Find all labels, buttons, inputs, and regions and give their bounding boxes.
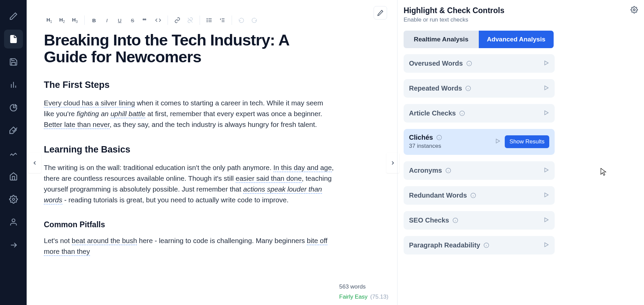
section-heading[interactable]: The First Steps	[44, 80, 334, 90]
panel-title: Highlight & Check Controls	[404, 6, 504, 15]
svg-marker-20	[545, 61, 549, 65]
svg-point-11	[207, 20, 208, 21]
link-button[interactable]	[171, 14, 183, 26]
info-icon[interactable]	[459, 110, 465, 116]
cliche-highlight[interactable]: In this day and age	[273, 164, 332, 172]
left-sidebar	[0, 0, 27, 305]
section-heading[interactable]: Learning the Basics	[44, 144, 334, 155]
sidebar-edit-icon[interactable]	[4, 7, 23, 26]
tab-advanced[interactable]: Advanced Analysis	[479, 31, 554, 48]
sidebar-user-icon[interactable]	[4, 213, 23, 232]
cliche-highlight[interactable]: beat around the bush	[72, 237, 137, 245]
redo-button[interactable]	[248, 14, 260, 26]
run-check-icon[interactable]	[543, 110, 549, 117]
sidebar-highlight-icon[interactable]	[4, 121, 23, 140]
info-icon[interactable]	[466, 61, 472, 66]
word-count: 563 words	[339, 283, 396, 290]
svg-point-12	[207, 22, 208, 22]
bullet-list-button[interactable]	[203, 14, 215, 26]
svg-marker-24	[545, 86, 549, 90]
check-item-redundant-words[interactable]: Redundant Words	[404, 186, 555, 205]
paragraph[interactable]: Every cloud has a silver lining when it …	[44, 98, 334, 130]
check-label: Paragraph Readability	[409, 241, 489, 249]
check-label: SEO Checks	[409, 216, 458, 224]
run-check-icon[interactable]	[495, 138, 501, 145]
check-item-clich-s[interactable]: Clichés37 instancesShow Results	[404, 129, 555, 155]
underline-button[interactable]: U	[114, 14, 126, 26]
check-item-repeated-words[interactable]: Repeated Words	[404, 79, 555, 98]
checks-panel: Highlight & Check Controls Enable or run…	[397, 0, 644, 305]
analysis-tabs: Realtime Analysis Advanced Analysis	[404, 31, 554, 48]
prev-page-button[interactable]	[28, 153, 41, 173]
edit-mode-button[interactable]	[374, 6, 387, 20]
document-title[interactable]: Breaking Into the Tech Industry: A Guide…	[44, 32, 334, 66]
sidebar-document-icon[interactable]	[4, 30, 23, 48]
check-item-paragraph-readability[interactable]: Paragraph Readability	[404, 236, 555, 255]
formatting-toolbar: H1 H2 H3 B I U S	[43, 14, 260, 26]
info-icon[interactable]	[465, 86, 471, 91]
numbered-list-button[interactable]	[216, 14, 228, 26]
svg-marker-28	[545, 111, 549, 115]
check-item-overused-words[interactable]: Overused Words	[404, 54, 555, 73]
info-icon[interactable]	[436, 135, 442, 140]
svg-point-4	[12, 219, 15, 222]
run-check-icon[interactable]	[543, 217, 549, 224]
quote-button[interactable]	[139, 14, 151, 26]
cliche-highlight[interactable]: easier said than done	[236, 174, 302, 183]
paragraph[interactable]: The writing is on the wall: traditional …	[44, 162, 334, 205]
info-icon[interactable]	[484, 242, 489, 248]
check-item-seo-checks[interactable]: SEO Checks	[404, 211, 555, 230]
paragraph[interactable]: Let's not beat around the bush here - le…	[44, 235, 334, 257]
svg-marker-44	[545, 218, 549, 222]
run-check-icon[interactable]	[543, 192, 549, 199]
stats-panel: 563 words Fairly Easy(75.13)	[339, 279, 396, 304]
check-item-article-checks[interactable]: Article Checks	[404, 104, 555, 123]
sidebar-stats-icon[interactable]	[4, 75, 23, 94]
run-check-icon[interactable]	[543, 242, 549, 249]
check-item-acronyms[interactable]: Acronyms	[404, 161, 555, 180]
sidebar-expand-icon[interactable]	[4, 236, 23, 255]
svg-marker-40	[545, 193, 549, 197]
heading1-button[interactable]: H1	[43, 14, 55, 26]
svg-marker-36	[545, 168, 549, 172]
bold-button[interactable]: B	[88, 14, 100, 26]
document-editor[interactable]: Breaking Into the Tech Industry: A Guide…	[44, 32, 334, 257]
check-label: Overused Words	[409, 60, 472, 67]
svg-marker-48	[545, 243, 549, 247]
unlink-button[interactable]	[184, 14, 196, 26]
cliche-highlight[interactable]: Every cloud has a silver lining	[44, 99, 135, 107]
svg-point-10	[207, 19, 208, 19]
show-results-button[interactable]: Show Results	[505, 135, 549, 148]
check-instances: 37 instances	[409, 143, 442, 149]
code-button[interactable]	[152, 14, 164, 26]
cliche-highlight[interactable]: uphill battle	[111, 110, 146, 118]
sidebar-settings-icon[interactable]	[4, 190, 23, 209]
tab-realtime[interactable]: Realtime Analysis	[404, 31, 479, 48]
sidebar-pencil-icon[interactable]	[4, 144, 23, 163]
strikethrough-button[interactable]: S	[126, 14, 139, 26]
section-heading[interactable]: Common Pitfalls	[44, 220, 334, 229]
panel-subtitle: Enable or run text checks	[404, 16, 504, 23]
info-icon[interactable]	[470, 193, 476, 198]
heading3-button[interactable]: H3	[69, 14, 81, 26]
info-icon[interactable]	[445, 168, 451, 173]
info-icon[interactable]	[452, 217, 458, 223]
svg-point-3	[12, 198, 14, 201]
svg-point-16	[633, 9, 635, 11]
sidebar-chart-icon[interactable]	[4, 98, 23, 117]
check-label: Clichés	[409, 134, 442, 141]
cliche-highlight[interactable]: Better late than never	[44, 121, 110, 129]
sidebar-save-icon[interactable]	[4, 53, 23, 71]
run-check-icon[interactable]	[543, 167, 549, 174]
check-label: Acronyms	[409, 167, 451, 174]
svg-marker-32	[496, 139, 500, 143]
check-label: Article Checks	[409, 109, 465, 117]
run-check-icon[interactable]	[543, 60, 549, 67]
undo-button[interactable]	[235, 14, 247, 26]
panel-settings-icon[interactable]	[631, 6, 638, 15]
heading2-button[interactable]: H2	[56, 14, 68, 26]
italic-button[interactable]: I	[101, 14, 113, 26]
check-label: Repeated Words	[409, 84, 471, 92]
sidebar-home-icon[interactable]	[4, 167, 23, 186]
run-check-icon[interactable]	[543, 85, 549, 92]
